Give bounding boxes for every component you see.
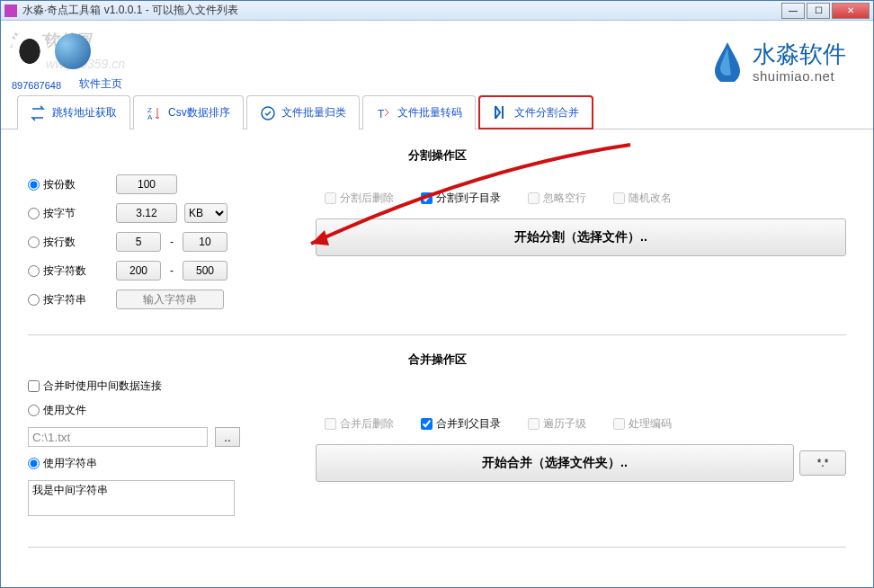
svg-text:A: A: [147, 113, 153, 121]
check-delete-after-split-input: [325, 192, 336, 204]
tab-transcode[interactable]: T 文件批量转码: [362, 95, 476, 129]
check-label: 遍历子级: [543, 416, 586, 432]
content-area: 分割操作区 按份数 按字节 KB: [1, 129, 873, 582]
tab-split-merge[interactable]: 文件分割合并: [478, 95, 593, 129]
check-skip-empty-input: [528, 192, 540, 204]
radio-by-chars[interactable]: 按字符数: [28, 263, 109, 279]
classify-icon: [260, 105, 276, 121]
check-label: 忽略空行: [543, 191, 586, 206]
check-to-parent-input[interactable]: [421, 418, 433, 430]
app-window: 水淼·奇点工具箱 v1.0.0.1 - 可以拖入文件列表 — ☐ ✕ 河东软件园…: [0, 0, 874, 588]
tab-csv-sort[interactable]: ZA Csv数据排序: [133, 95, 244, 129]
radio-label: 使用文件: [43, 403, 86, 418]
check-to-parent[interactable]: 合并到父目录: [421, 416, 501, 432]
radio-label: 按字符数: [43, 263, 86, 279]
radio-by-chars-input[interactable]: [28, 265, 40, 277]
tab-label: 文件批量归类: [281, 105, 346, 120]
check-use-middle-data-input[interactable]: [28, 380, 40, 392]
tab-bar: 跳转地址获取 ZA Csv数据排序 文件批量归类 T 文件批量转码 文件分割合并: [1, 94, 873, 129]
check-to-subdir-input[interactable]: [421, 192, 433, 204]
radio-label: 按行数: [43, 235, 76, 250]
radio-by-lines[interactable]: 按行数: [28, 235, 109, 250]
check-random-rename-input: [613, 192, 625, 204]
check-label: 分割到子目录: [436, 191, 501, 206]
radio-by-lines-input[interactable]: [28, 236, 40, 248]
merge-string-textarea[interactable]: 我是中间字符串: [28, 480, 235, 516]
qq-penguin-icon[interactable]: [12, 30, 48, 73]
check-traverse-sub-input: [528, 418, 540, 430]
window-controls: — ☐ ✕: [781, 3, 870, 19]
start-split-button[interactable]: 开始分割（选择文件）..: [316, 218, 846, 256]
check-label: 合并后删除: [340, 416, 394, 432]
check-skip-empty[interactable]: 忽略空行: [528, 191, 586, 206]
check-traverse-sub[interactable]: 遍历子级: [528, 416, 586, 432]
tab-label: 文件分割合并: [514, 105, 579, 120]
check-to-subdir[interactable]: 分割到子目录: [421, 191, 501, 206]
radio-label: 按字节: [43, 206, 76, 221]
radio-use-string-input[interactable]: [28, 458, 40, 469]
radio-by-string-input[interactable]: [28, 294, 40, 306]
minimize-button[interactable]: —: [781, 3, 805, 19]
check-handle-encoding[interactable]: 处理编码: [613, 416, 672, 432]
tab-redirect[interactable]: 跳转地址获取: [17, 95, 130, 129]
check-handle-encoding-input: [613, 418, 625, 430]
section-divider: [28, 334, 846, 335]
titlebar: 水淼·奇点工具箱 v1.0.0.1 - 可以拖入文件列表 — ☐ ✕: [1, 1, 873, 21]
lines-from-input[interactable]: [116, 232, 161, 252]
software-home-link[interactable]: 软件主页: [79, 76, 122, 92]
svg-text:T: T: [378, 108, 385, 120]
bottom-divider: [28, 547, 846, 548]
check-delete-after-merge-input: [325, 418, 336, 430]
transcode-icon: T: [376, 105, 392, 121]
check-random-rename[interactable]: 随机改名: [613, 191, 672, 206]
file-path-input[interactable]: [28, 427, 208, 447]
split-merge-icon: [493, 104, 509, 120]
check-label: 随机改名: [629, 191, 672, 206]
chars-from-input[interactable]: [116, 261, 161, 281]
radio-by-bytes[interactable]: 按字节: [28, 206, 109, 221]
header-icons: [12, 30, 862, 73]
globe-icon[interactable]: [55, 33, 91, 69]
split-section-title: 分割操作区: [28, 147, 846, 164]
tab-label: Csv数据排序: [168, 105, 230, 120]
radio-by-count-input[interactable]: [28, 179, 40, 191]
sort-icon: ZA: [147, 105, 163, 121]
count-input[interactable]: [116, 174, 177, 194]
app-icon: [4, 4, 17, 17]
maximize-button[interactable]: ☐: [807, 3, 830, 19]
merge-section-title: 合并操作区: [28, 352, 846, 368]
string-input[interactable]: [116, 290, 224, 309]
bytes-input[interactable]: [116, 203, 177, 223]
chars-to-input[interactable]: [183, 261, 227, 281]
ext-filter-input[interactable]: [799, 450, 846, 476]
close-button[interactable]: ✕: [832, 3, 870, 19]
header-area: 河东软件园 www.pc0359.cn 897687648 软件主页 水淼软件 …: [1, 21, 873, 93]
tab-label: 文件批量转码: [397, 105, 462, 120]
check-label: 合并到父目录: [436, 416, 501, 432]
dash: -: [170, 264, 174, 277]
radio-by-bytes-input[interactable]: [28, 208, 40, 219]
radio-label: 使用字符串: [43, 456, 97, 471]
start-merge-button[interactable]: 开始合并（选择文件夹）..: [316, 444, 794, 482]
tab-label: 跳转地址获取: [52, 105, 117, 120]
radio-label: 按字符串: [43, 292, 86, 307]
radio-use-file[interactable]: 使用文件: [28, 403, 100, 418]
radio-use-file-input[interactable]: [28, 405, 40, 416]
radio-label: 按份数: [43, 177, 76, 192]
check-use-middle-data[interactable]: 合并时使用中间数据连接: [28, 379, 162, 394]
radio-by-string[interactable]: 按字符串: [28, 292, 109, 307]
redirect-icon: [31, 105, 47, 121]
window-title: 水淼·奇点工具箱 v1.0.0.1 - 可以拖入文件列表: [22, 3, 781, 18]
bytes-unit-select[interactable]: KB: [184, 203, 227, 223]
radio-use-string[interactable]: 使用字符串: [28, 456, 118, 471]
check-label: 合并时使用中间数据连接: [43, 379, 162, 394]
dash: -: [170, 236, 174, 248]
browse-file-button[interactable]: ..: [215, 427, 240, 447]
check-label: 分割后删除: [340, 191, 394, 206]
lines-to-input[interactable]: [183, 232, 227, 252]
qq-number-link[interactable]: 897687648: [12, 80, 61, 91]
check-delete-after-split[interactable]: 分割后删除: [325, 191, 394, 206]
check-delete-after-merge[interactable]: 合并后删除: [325, 416, 394, 432]
radio-by-count[interactable]: 按份数: [28, 177, 109, 192]
tab-classify[interactable]: 文件批量归类: [246, 95, 360, 129]
